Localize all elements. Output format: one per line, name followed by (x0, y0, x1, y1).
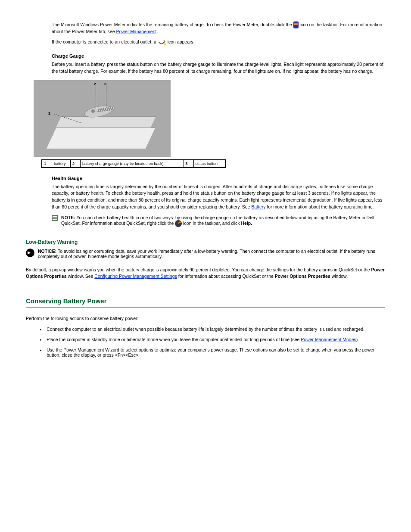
notice-icon (26, 249, 34, 257)
meter-text-2a: If the computer is connected to an elect… (52, 39, 158, 44)
lead-2 (96, 85, 96, 109)
configuring-power-link[interactable]: Configuring Power Management Settings (94, 274, 177, 279)
health-text-tail: for more information about the battery o… (267, 204, 374, 209)
list-item: ● Place the computer in standby mode or … (40, 337, 385, 343)
cell-num-3: 3 (184, 160, 193, 168)
note-label: NOTE: (61, 215, 75, 220)
bullet-1: Connect the computer to an electrical ou… (47, 327, 364, 333)
health-gauge-para: The battery operating time is largely de… (52, 184, 385, 211)
notice-text: To avoid losing or corrupting data, save… (38, 249, 375, 259)
note-icon (52, 215, 58, 221)
notice-label: NOTICE: (38, 249, 56, 254)
meter-line-2: If the computer is connected to an elect… (52, 39, 385, 46)
battery-link[interactable]: Battery (251, 204, 265, 209)
note-help: Help. (241, 220, 252, 225)
low-warn-tail: window. (332, 274, 348, 279)
cell-label-2: battery charge gauge (may be located on … (81, 160, 184, 168)
lead-3 (106, 85, 106, 108)
meter-text-2b: icon appears. (168, 39, 195, 44)
parts-table: 1 battery 2 battery charge gauge (may be… (41, 159, 226, 168)
bullet-3: Use the Power Management Wizard to selec… (47, 347, 385, 358)
cell-num-1: 1 (42, 160, 52, 168)
bullet-2b: ). (356, 337, 359, 342)
power-modes-link[interactable]: Power Management Modes (301, 337, 356, 342)
notice-block: NOTICE: To avoid losing or corrupting da… (38, 249, 385, 259)
quickset-tray-icon (175, 220, 182, 227)
meter-text-1a: The Microsoft Windows Power Meter indica… (52, 22, 293, 27)
low-warn-after: for information about accessing QuickSet… (178, 274, 275, 279)
list-item: ● Connect the computer to an electrical … (40, 327, 385, 333)
callout-2: 2 (94, 82, 96, 86)
plug-icon (158, 39, 166, 46)
callout-1: 1 (48, 111, 50, 115)
section-rule (26, 307, 385, 308)
cell-label-3: status button (193, 160, 225, 168)
bullet-2a: Place the computer in standby mode or hi… (47, 337, 301, 342)
low-warn-strong2: Power Options Properties (275, 274, 330, 279)
health-note: NOTE: You can check battery health in on… (61, 215, 385, 227)
fig-gauge-button (91, 109, 95, 113)
bullet-2: Place the computer in standby mode or hi… (47, 337, 359, 343)
charge-gauge-para: Before you insert a battery, press the s… (52, 61, 385, 75)
list-item: ● Use the Power Management Wizard to sel… (40, 347, 385, 358)
low-warn-mid: window. See (68, 274, 94, 279)
table-row: 1 battery 2 battery charge gauge (may be… (42, 160, 225, 168)
low-warn-para: By default, a pop-up window warns you wh… (26, 267, 385, 280)
conserving-intro: Perform the following actions to conserv… (26, 315, 385, 322)
conserving-title: Conserving Battery Power (26, 297, 385, 305)
low-warn-heading: Low-Battery Warning (26, 239, 385, 245)
cell-num-2: 2 (71, 160, 81, 168)
battery-tray-icon (293, 22, 299, 28)
health-gauge-heading: Health Gauge (52, 176, 385, 181)
power-management-link[interactable]: Power Management (116, 29, 156, 34)
note-body-b: icon in the taskbar, and click (183, 220, 241, 225)
battery-figure: 1 2 3 (34, 80, 171, 157)
cell-label-1: battery (52, 160, 71, 168)
meter-line-1: The Microsoft Windows Power Meter indica… (52, 22, 385, 35)
meter-text-1b: icon on the taskbar. (300, 22, 339, 27)
charge-gauge-heading: Charge Gauge (52, 53, 385, 59)
svg-point-0 (164, 44, 166, 46)
callout-3: 3 (104, 82, 106, 86)
low-warn-a: By default, a pop-up window warns you wh… (26, 267, 371, 272)
